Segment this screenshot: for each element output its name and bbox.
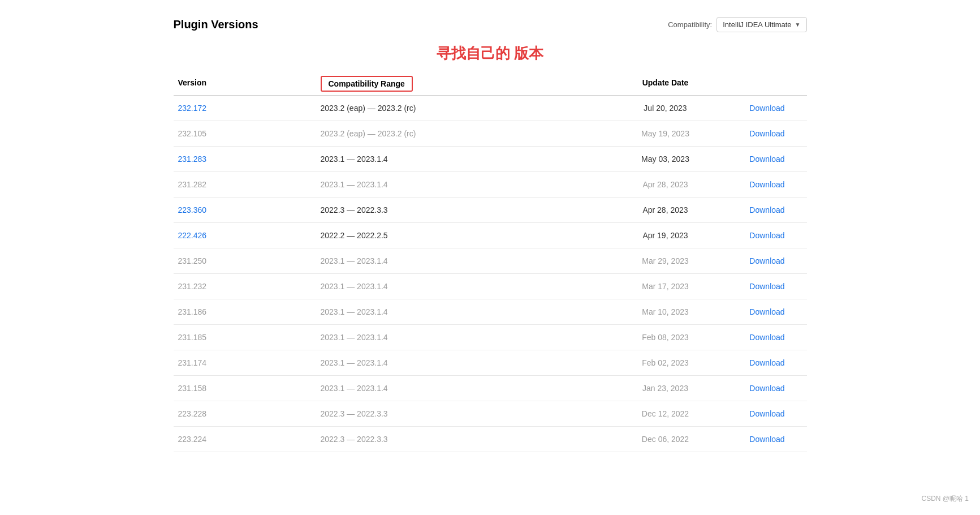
- annotation-container: 寻找自己的 版本: [174, 44, 807, 63]
- download-button[interactable]: Download: [749, 307, 784, 316]
- download-button[interactable]: Download: [749, 104, 784, 113]
- compat-range-value: 2023.1 — 2023.1.4: [321, 180, 603, 189]
- table-row: 223.3602022.3 — 2022.3.3Apr 28, 2023Down…: [174, 198, 807, 223]
- download-button[interactable]: Download: [749, 205, 784, 214]
- version-link[interactable]: 231.283: [174, 154, 321, 164]
- download-button[interactable]: Download: [749, 256, 784, 265]
- compat-range-value: 2023.1 — 2023.1.4: [321, 256, 603, 265]
- download-button[interactable]: Download: [749, 231, 784, 240]
- download-button[interactable]: Download: [749, 333, 784, 342]
- version-link[interactable]: 232.172: [174, 104, 321, 113]
- download-button[interactable]: Download: [749, 384, 784, 393]
- version-text: 231.232: [174, 282, 321, 291]
- table-row: 222.4262022.2 — 2022.2.5Apr 19, 2023Down…: [174, 223, 807, 248]
- update-date-value: Jan 23, 2023: [603, 384, 728, 393]
- table-body: 232.1722023.2 (eap) — 2023.2 (rc)Jul 20,…: [174, 96, 807, 452]
- download-button[interactable]: Download: [749, 154, 784, 164]
- compatibility-label: Compatibility:: [668, 20, 712, 29]
- compat-range-value: 2022.3 — 2022.3.3: [321, 435, 603, 444]
- compat-range-value: 2023.1 — 2023.1.4: [321, 282, 603, 291]
- compat-range-value: 2022.2 — 2022.2.5: [321, 231, 603, 240]
- table-row: 231.2822023.1 — 2023.1.4Apr 28, 2023Down…: [174, 172, 807, 198]
- version-link[interactable]: 222.426: [174, 231, 321, 240]
- annotation-text: 寻找自己的 版本: [174, 44, 807, 63]
- column-header-version: Version: [174, 78, 321, 89]
- update-date-value: Mar 10, 2023: [603, 307, 728, 316]
- compat-range-value: 2023.1 — 2023.1.4: [321, 358, 603, 367]
- compat-range-value: 2022.3 — 2022.3.3: [321, 409, 603, 418]
- compat-range-value: 2023.1 — 2023.1.4: [321, 307, 603, 316]
- update-date-value: Feb 08, 2023: [603, 333, 728, 342]
- table-row: 231.1742023.1 — 2023.1.4Feb 02, 2023Down…: [174, 350, 807, 376]
- compat-range-value: 2023.2 (eap) — 2023.2 (rc): [321, 104, 603, 113]
- download-button[interactable]: Download: [749, 409, 784, 418]
- update-date-value: May 19, 2023: [603, 129, 728, 138]
- ide-dropdown[interactable]: IntelliJ IDEA Ultimate ▼: [716, 17, 806, 32]
- update-date-value: Dec 06, 2022: [603, 435, 728, 444]
- version-text: 231.158: [174, 384, 321, 393]
- chevron-down-icon: ▼: [795, 22, 801, 28]
- table-row: 232.1722023.2 (eap) — 2023.2 (rc)Jul 20,…: [174, 96, 807, 121]
- compat-range-value: 2023.1 — 2023.1.4: [321, 154, 603, 164]
- compat-range-value: 2023.2 (eap) — 2023.2 (rc): [321, 129, 603, 138]
- version-link[interactable]: 223.360: [174, 205, 321, 214]
- download-button[interactable]: Download: [749, 358, 784, 367]
- version-text: 223.224: [174, 435, 321, 444]
- update-date-value: Apr 28, 2023: [603, 205, 728, 214]
- version-text: 231.282: [174, 180, 321, 189]
- version-text: 231.174: [174, 358, 321, 367]
- table-header: Version Compatibility Range Update Date: [174, 72, 807, 96]
- version-text: 231.250: [174, 256, 321, 265]
- update-date-value: Apr 19, 2023: [603, 231, 728, 240]
- watermark: CSDN @昵哈 1: [921, 494, 969, 504]
- update-date-value: Jul 20, 2023: [603, 104, 728, 113]
- version-text: 231.186: [174, 307, 321, 316]
- page-header: Plugin Versions Compatibility: IntelliJ …: [174, 17, 807, 32]
- table-row: 232.1052023.2 (eap) — 2023.2 (rc)May 19,…: [174, 121, 807, 147]
- download-button[interactable]: Download: [749, 180, 784, 189]
- table-row: 223.2282022.3 — 2022.3.3Dec 12, 2022Down…: [174, 401, 807, 427]
- column-header-action: [728, 78, 807, 89]
- table-row: 231.2832023.1 — 2023.1.4May 03, 2023Down…: [174, 147, 807, 172]
- table-row: 231.1862023.1 — 2023.1.4Mar 10, 2023Down…: [174, 299, 807, 325]
- compat-range-value: 2022.3 — 2022.3.3: [321, 205, 603, 214]
- version-text: 231.185: [174, 333, 321, 342]
- table-row: 231.2502023.1 — 2023.1.4Mar 29, 2023Down…: [174, 248, 807, 274]
- compatibility-selector: Compatibility: IntelliJ IDEA Ultimate ▼: [668, 17, 806, 32]
- column-header-date: Update Date: [603, 78, 728, 89]
- table-row: 231.1852023.1 — 2023.1.4Feb 08, 2023Down…: [174, 325, 807, 350]
- update-date-value: Apr 28, 2023: [603, 180, 728, 189]
- compat-range-value: 2023.1 — 2023.1.4: [321, 384, 603, 393]
- download-button[interactable]: Download: [749, 282, 784, 291]
- table-row: 231.1582023.1 — 2023.1.4Jan 23, 2023Down…: [174, 376, 807, 401]
- compat-range-value: 2023.1 — 2023.1.4: [321, 333, 603, 342]
- compat-range-header-boxed: Compatibility Range: [321, 76, 413, 92]
- table-row: 231.2322023.1 — 2023.1.4Mar 17, 2023Down…: [174, 274, 807, 299]
- update-date-value: Dec 12, 2022: [603, 409, 728, 418]
- update-date-value: Feb 02, 2023: [603, 358, 728, 367]
- download-button[interactable]: Download: [749, 435, 784, 444]
- update-date-value: May 03, 2023: [603, 154, 728, 164]
- page-title: Plugin Versions: [174, 18, 258, 31]
- update-date-value: Mar 29, 2023: [603, 256, 728, 265]
- ide-dropdown-value: IntelliJ IDEA Ultimate: [723, 20, 791, 29]
- version-text: 232.105: [174, 129, 321, 138]
- table-row: 223.2242022.3 — 2022.3.3Dec 06, 2022Down…: [174, 427, 807, 452]
- update-date-value: Mar 17, 2023: [603, 282, 728, 291]
- download-button[interactable]: Download: [749, 129, 784, 138]
- version-text: 223.228: [174, 409, 321, 418]
- column-header-compat: Compatibility Range: [321, 78, 603, 89]
